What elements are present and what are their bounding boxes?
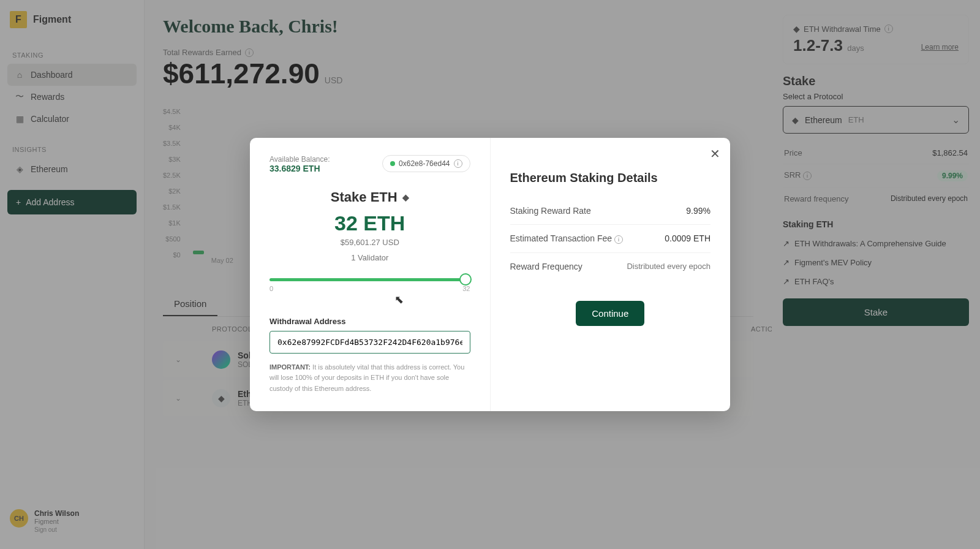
stake-eth-title: Stake ETH ◆ — [270, 189, 470, 205]
info-icon[interactable]: i — [454, 159, 462, 168]
detail-rate: Staking Reward Rate 9.99% — [510, 197, 711, 225]
details-title: Ethereum Staking Details — [510, 171, 711, 185]
modal-right: Ethereum Staking Details Staking Reward … — [491, 138, 731, 412]
balance-value: 33.6829 ETH — [270, 164, 330, 173]
amount-slider[interactable]: 0 32 — [270, 278, 470, 292]
modal-overlay[interactable]: ✕ Available Balance: 33.6829 ETH 0x62e8-… — [0, 0, 980, 549]
validator-count: 1 Validator — [270, 253, 470, 262]
info-icon[interactable]: i — [614, 235, 623, 244]
address-pill[interactable]: 0x62e8-76ed44 i — [382, 155, 470, 172]
balance-label: Available Balance: — [270, 155, 330, 164]
important-note: IMPORTANT: It is absolutely vital that t… — [270, 362, 470, 395]
slider-thumb[interactable] — [459, 273, 472, 286]
status-dot-icon — [390, 161, 395, 166]
withdrawal-address-input[interactable] — [270, 331, 470, 354]
stake-amount: 32 ETH — [270, 211, 470, 235]
stake-amount-usd: $59,601.27 USD — [270, 238, 470, 247]
slider-min: 0 — [270, 285, 273, 292]
withdrawal-address-label: Withdrawal Address — [270, 317, 470, 326]
close-button[interactable]: ✕ — [710, 146, 720, 161]
detail-freq: Reward Frequency Distributed every epoch — [510, 253, 711, 280]
address-short: 0x62e8-76ed44 — [399, 159, 450, 168]
detail-fee: Estimated Transaction Fee i 0.0009 ETH — [510, 225, 711, 253]
modal-left: Available Balance: 33.6829 ETH 0x62e8-76… — [250, 138, 491, 412]
continue-button[interactable]: Continue — [576, 301, 644, 326]
stake-modal: ✕ Available Balance: 33.6829 ETH 0x62e8-… — [250, 138, 730, 412]
ethereum-icon: ◆ — [402, 192, 409, 202]
slider-max: 32 — [462, 285, 470, 292]
